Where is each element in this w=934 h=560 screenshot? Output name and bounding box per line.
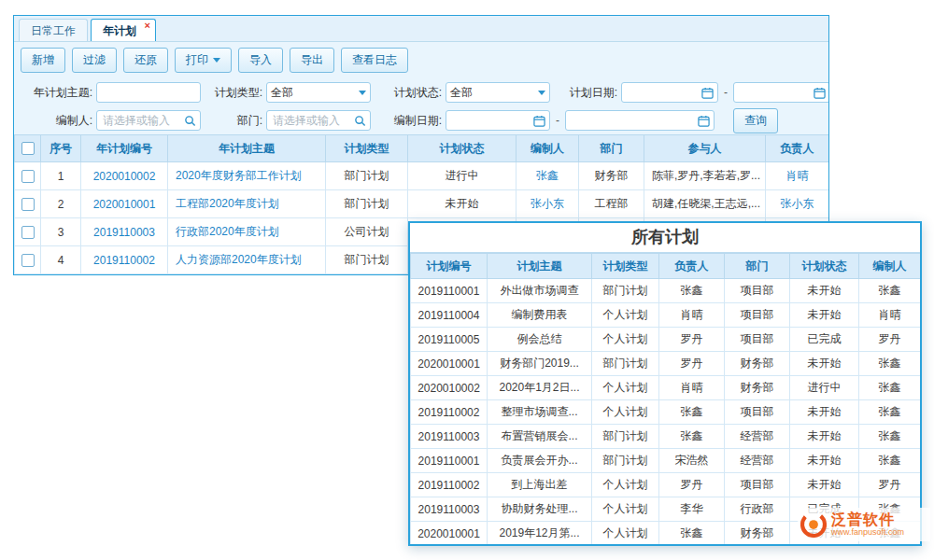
popup-cell-subject: 到上海出差 [488, 473, 592, 497]
toolbar: 新增 过滤 还原 打印 导入 导出 查看日志 [14, 42, 828, 78]
dept-filter-text[interactable] [271, 111, 354, 130]
tab-annual-plan[interactable]: 年计划 × [91, 19, 156, 41]
plan-date-label: 计划日期: [554, 85, 617, 101]
popup-cell-department: 项目部 [725, 279, 790, 303]
popup-cell-code: 2019110005 [411, 328, 488, 352]
popup-row[interactable]: 2019110002 整理市场调查... 个人计划 张鑫 项目部 未开始 张鑫 [411, 400, 921, 425]
popup-cell-code: 2019110003 [411, 497, 488, 522]
popup-cell-owner: 张鑫 [659, 279, 725, 303]
import-button[interactable]: 导入 [238, 48, 283, 73]
plan-type-value: 全部 [271, 85, 293, 101]
row-checkbox[interactable] [21, 254, 35, 267]
table-row: 2 2020010001 工程部2020年度计划 部门计划 未开始 张小东 工程… [15, 190, 829, 218]
subject-filter-text[interactable] [101, 83, 196, 102]
popup-column-header: 部门 [725, 254, 790, 279]
plan-subject-link[interactable]: 人力资源部2020年度计划 [168, 246, 326, 274]
plan-subject-link[interactable]: 2020年度财务部工作计划 [168, 162, 326, 190]
popup-cell-status: 未开始 [790, 449, 859, 473]
row-checkbox[interactable] [21, 170, 35, 183]
cell-compiler-link[interactable]: 张小东 [517, 190, 579, 218]
popup-cell-compiler: 张鑫 [859, 425, 921, 449]
calendar-icon[interactable] [814, 87, 826, 99]
popup-cell-owner: 李华 [659, 497, 725, 522]
popup-row[interactable]: 2019110004 编制费用表 个人计划 肖晴 项目部 未开始 肖晴 [411, 303, 921, 328]
tab-bar: 日常工作 年计划 × [14, 16, 828, 42]
popup-cell-code: 2020010001 [411, 522, 488, 546]
watermark-brand: 泛普软件 [831, 511, 904, 528]
screen: 日常工作 年计划 × 新增 过滤 还原 打印 导入 导出 查看日志 年计划主题:… [0, 0, 934, 560]
cell-owner-link[interactable]: 张小东 [766, 190, 829, 218]
calendar-icon[interactable] [701, 87, 714, 99]
row-checkbox[interactable] [21, 198, 35, 211]
cell-department: 财务部 [579, 162, 644, 190]
restore-button[interactable]: 还原 [123, 48, 168, 73]
calendar-icon[interactable] [533, 115, 545, 127]
compile-date-from-input[interactable] [446, 110, 550, 131]
column-header: 序号 [41, 135, 81, 162]
plan-code-link[interactable]: 2020010001 [81, 190, 168, 218]
plan-date-from-input[interactable] [621, 82, 718, 103]
popup-row[interactable]: 2019110001 负责展会开办... 部门计划 宋浩然 经营部 未开始 张鑫 [411, 449, 921, 473]
cell-compiler-link[interactable]: 张鑫 [517, 162, 579, 190]
chevron-down-icon [359, 91, 366, 95]
column-header: 计划类型 [326, 135, 408, 162]
popup-cell-code: 2019110004 [411, 303, 488, 328]
cell-owner-link[interactable]: 肖晴 [766, 162, 829, 190]
select-all-checkbox[interactable] [21, 142, 35, 155]
compiler-filter-input[interactable] [96, 110, 201, 131]
popup-row[interactable]: 2020010001 财务部门2019... 部门计划 罗丹 财务部 未开始 张… [411, 352, 921, 376]
popup-row[interactable]: 2019110002 到上海出差 个人计划 罗丹 项目部 未开始 罗丹 [411, 473, 921, 497]
filter-button[interactable]: 过滤 [72, 48, 117, 73]
close-icon[interactable]: × [145, 20, 150, 31]
view-log-button[interactable]: 查看日志 [341, 48, 408, 73]
popup-cell-department: 财务部 [725, 376, 790, 400]
popup-row[interactable]: 2020010002 2020年1月2日... 个人计划 肖晴 财务部 进行中 … [411, 376, 921, 400]
cell-index: 3 [41, 218, 81, 246]
query-button[interactable]: 查询 [733, 108, 778, 133]
dept-filter-input[interactable] [266, 110, 371, 131]
plan-status-value: 全部 [450, 85, 473, 101]
search-icon[interactable] [354, 115, 366, 127]
popup-row[interactable]: 2019110001 外出做市场调查 部门计划 张鑫 项目部 未开始 张鑫 [411, 279, 921, 303]
compile-date-label: 编制日期: [375, 113, 442, 129]
plan-code-link[interactable]: 2019110002 [81, 246, 168, 274]
plan-status-select[interactable]: 全部 [446, 82, 550, 103]
popup-column-header: 编制人 [859, 254, 921, 279]
popup-row[interactable]: 2019110005 例会总结 个人计划 罗丹 项目部 已完成 罗丹 [411, 328, 921, 352]
dept-filter-label: 部门: [205, 113, 262, 129]
cell-index: 2 [41, 190, 81, 218]
row-checkbox[interactable] [21, 226, 35, 239]
watermark: 泛普软件 www.fanpusoft.com [798, 508, 930, 541]
compile-date-to-input[interactable] [565, 110, 715, 131]
popup-cell-department: 项目部 [725, 303, 790, 328]
compiler-filter-text[interactable] [101, 111, 184, 130]
cell-department: 工程部 [579, 190, 644, 218]
filter-row-1: 年计划主题: 计划类型: 全部 计划状态: 全部 计划日期: - [14, 78, 828, 106]
calendar-icon[interactable] [698, 115, 710, 127]
all-plans-table-body: 2019110001 外出做市场调查 部门计划 张鑫 项目部 未开始 张鑫 20… [411, 279, 921, 546]
plan-date-to-input[interactable] [733, 82, 829, 103]
search-icon[interactable] [184, 115, 196, 127]
tab-daily-work[interactable]: 日常工作 [19, 19, 88, 41]
print-button[interactable]: 打印 [175, 48, 232, 73]
cell-participants: 胡建,任晓渠,王志远,... [644, 190, 766, 218]
add-button[interactable]: 新增 [21, 48, 65, 73]
plan-code-link[interactable]: 2020010002 [81, 162, 168, 190]
subject-filter-input[interactable] [96, 82, 201, 103]
popup-cell-subject: 编制费用表 [488, 303, 592, 328]
plan-code-link[interactable]: 2019110003 [81, 218, 168, 246]
column-header: 参与人 [644, 135, 766, 162]
subject-filter-label: 年计划主题: [20, 85, 92, 101]
select-all-cell [15, 135, 41, 162]
popup-cell-compiler: 张鑫 [859, 352, 921, 376]
plan-subject-link[interactable]: 工程部2020年度计划 [168, 190, 326, 218]
popup-column-header: 计划类型 [592, 254, 659, 279]
popup-cell-type: 个人计划 [592, 376, 659, 400]
plan-subject-link[interactable]: 行政部2020年度计划 [168, 218, 326, 246]
popup-row[interactable]: 2019110003 布置营销展会... 部门计划 张鑫 经营部 未开始 张鑫 [411, 425, 921, 449]
popup-cell-owner: 罗丹 [659, 328, 725, 352]
export-button[interactable]: 导出 [290, 48, 334, 73]
popup-cell-subject: 外出做市场调查 [488, 279, 592, 303]
plan-type-select[interactable]: 全部 [266, 82, 371, 103]
date-range-separator: - [722, 86, 729, 99]
